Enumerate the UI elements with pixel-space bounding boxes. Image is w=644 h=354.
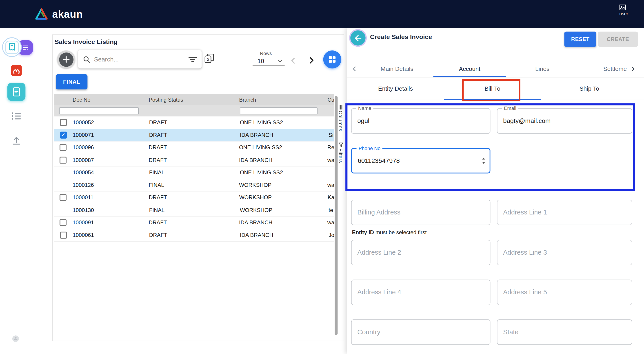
country-input[interactable] <box>352 320 490 345</box>
cell-doc-no: 1000096 <box>72 145 148 151</box>
number-spinner[interactable] <box>482 157 485 164</box>
sidebar-item-sales-invoice[interactable] <box>0 36 34 59</box>
pagination-next-button[interactable] <box>307 56 316 66</box>
funnel-icon[interactable] <box>338 142 343 147</box>
cell-customer: wa <box>328 157 334 163</box>
email-field: Email <box>497 108 632 134</box>
state-input[interactable] <box>497 320 632 345</box>
page-title: Sales Invoice Listing <box>54 38 118 45</box>
cell-doc-no: 1000130 <box>72 207 149 213</box>
name-input[interactable] <box>352 109 490 133</box>
address-line-1-field <box>497 200 632 225</box>
columns-icon[interactable] <box>338 105 343 110</box>
row-checkbox[interactable] <box>60 144 67 151</box>
name-label: Name <box>356 105 374 111</box>
receipt-icon <box>8 43 16 51</box>
reset-button[interactable]: RESET <box>564 32 596 47</box>
address-line-4-input[interactable] <box>352 280 490 305</box>
header-posting-status[interactable]: Posting Status <box>149 96 239 103</box>
table-row[interactable]: 1000071 DRAFT IDA BRANCH Si <box>54 129 334 142</box>
header-customer[interactable]: Cu <box>328 96 334 103</box>
filter-doc-no-input[interactable] <box>59 107 139 114</box>
table-row[interactable]: 1000061 DRAFT IDA BRANCH Jo <box>54 229 334 242</box>
cell-branch: ONE LIVING SS2 <box>240 119 328 125</box>
cell-doc-no: 1000054 <box>72 169 149 176</box>
multi-page-icon[interactable]: 2 <box>204 53 215 65</box>
address-line-3-input[interactable] <box>497 240 632 265</box>
app-root: akaun user <box>0 0 644 354</box>
tab-lines[interactable]: Lines <box>506 61 579 77</box>
table-row[interactable]: 1000130 FINAL WORKSHOP te <box>54 204 334 216</box>
tabs-scroll-left[interactable] <box>351 65 358 74</box>
row-checkbox[interactable] <box>60 194 67 201</box>
billing-address-input[interactable] <box>352 200 490 225</box>
address-line-5-input[interactable] <box>497 280 632 305</box>
sidebar-item-list[interactable] <box>12 112 21 122</box>
cell-branch: IDA BRANCH <box>239 157 328 163</box>
cell-posting-status: DRAFT <box>149 119 240 125</box>
sidebar-item-pdf[interactable] <box>10 64 23 79</box>
email-label: Email <box>502 105 518 111</box>
active-subtab-underline <box>444 99 541 100</box>
table-row[interactable]: 1000054 FINAL ONE LIVING SS2 <box>54 167 334 179</box>
grid-view-button[interactable] <box>323 50 341 68</box>
filter-list-icon[interactable] <box>188 56 197 62</box>
address-line-1-input[interactable] <box>497 200 632 225</box>
cell-posting-status: FINAL <box>149 169 240 176</box>
row-checkbox[interactable] <box>60 119 67 126</box>
search-icon <box>83 56 90 63</box>
sidebar-item-billing[interactable] <box>8 83 26 101</box>
add-invoice-button[interactable] <box>57 50 75 68</box>
header-doc-no[interactable]: Doc No <box>72 96 148 103</box>
table-header: Doc No Posting Status Branch Cu <box>54 94 334 105</box>
subtab-entity-details[interactable]: Entity Details <box>347 77 444 100</box>
address-line-4-field <box>351 280 490 305</box>
apps-grid-icon <box>328 56 336 63</box>
filter-branch-input[interactable] <box>240 107 317 114</box>
address-line-2-input[interactable] <box>352 240 490 265</box>
panel-title: Create Sales Invoice <box>370 33 432 41</box>
row-checkbox[interactable] <box>60 157 67 164</box>
columns-strip-label[interactable]: Columns <box>338 111 343 132</box>
address-line-2-field <box>351 240 490 265</box>
subtab-ship-to[interactable]: Ship To <box>541 77 638 100</box>
cell-posting-status: DRAFT <box>149 145 239 151</box>
table-row[interactable]: 1000087 DRAFT IDA BRANCH wa <box>54 154 334 167</box>
filters-strip-label[interactable]: Filters <box>338 149 343 163</box>
chevron-right-icon <box>630 65 636 72</box>
avatar-alt-text: user <box>619 11 628 16</box>
row-checkbox[interactable] <box>60 219 67 226</box>
cell-branch: IDA BRANCH <box>240 232 328 238</box>
table-row[interactable]: 1000096 DRAFT ONE LIVING SS2 Re <box>54 142 334 154</box>
create-button[interactable]: CREATE <box>598 32 638 47</box>
phone-no-input[interactable] <box>352 149 490 173</box>
table-row[interactable]: 1000091 DRAFT IDA BRANCH wa <box>54 216 334 229</box>
table-row[interactable]: 1000126 FINAL WORKSHOP wa <box>54 179 334 191</box>
cell-posting-status: FINAL <box>149 207 240 213</box>
invoice-table: Doc No Posting Status Branch Cu 1000052 … <box>54 94 334 324</box>
header-branch[interactable]: Branch <box>239 96 328 103</box>
row-checkbox[interactable] <box>60 132 67 138</box>
row-checkbox[interactable] <box>60 231 67 238</box>
sidebar-item-upload[interactable] <box>12 136 21 147</box>
pagination-prev-button[interactable] <box>289 56 298 66</box>
user-avatar[interactable]: user <box>619 4 638 16</box>
arrow-left-icon <box>354 34 362 42</box>
rows-per-page-select[interactable]: Rows 10 <box>252 51 285 68</box>
search-input[interactable] <box>94 56 185 63</box>
cell-branch: IDA BRANCH <box>239 219 328 225</box>
table-row[interactable]: 1000011 DRAFT WORKSHOP Ka <box>54 191 334 204</box>
back-button[interactable] <box>350 30 366 45</box>
tab-account[interactable]: Account <box>433 61 506 77</box>
table-row[interactable]: 1000052 DRAFT ONE LIVING SS2 <box>54 116 334 129</box>
brand-logo[interactable]: akaun <box>34 0 83 28</box>
final-filter-button[interactable]: FINAL <box>56 74 88 90</box>
pdf-icon <box>10 64 23 77</box>
tabs-scroll-right[interactable] <box>628 65 636 74</box>
tab-main-details[interactable]: Main Details <box>361 61 434 77</box>
subtab-bill-to[interactable]: Bill To <box>444 77 541 100</box>
sidebar-footer-icon[interactable] <box>12 335 20 344</box>
table-scrollbar[interactable] <box>335 96 338 335</box>
email-input[interactable] <box>497 109 632 133</box>
chevron-left-icon <box>289 56 298 65</box>
